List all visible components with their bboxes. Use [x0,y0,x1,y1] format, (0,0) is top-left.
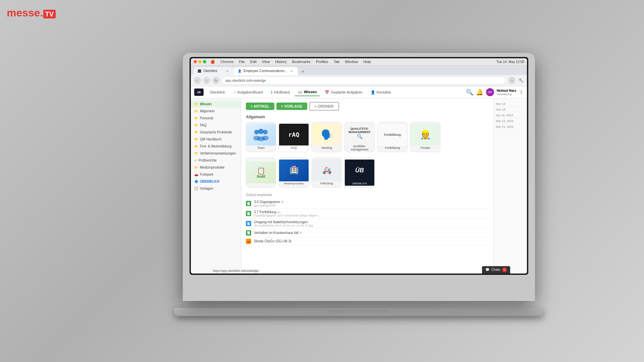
svg-point-1 [258,129,264,134]
sidebar-folder-icon-fort: 📁 [194,144,198,148]
chrome-tab-uberblick[interactable]: ⬛ Überblick ✕ [194,67,234,75]
sidebar-item-uberblick[interactable]: 🔷 ÜBERBLICK [191,178,241,185]
recent-item-4[interactable]: 🚗 Skoda CityGo (SG-UB-3) [246,237,489,246]
bookmark-button[interactable]: ☆ [508,77,516,84]
extensions-button[interactable]: 🔧 [518,77,524,84]
avatar[interactable]: HH [486,88,494,96]
recent-item-3[interactable]: 📄 Verhalten im Krankenhaus fall ✓ [246,229,489,237]
sidebar-item-qm[interactable]: 📁 QM Handbuch [191,136,241,143]
recent-text-4: Skoda CityGo (SG-UB-3) [254,239,489,243]
recent-label-1: 3.7 Fortbildung — [254,210,489,214]
minimize-btn[interactable] [198,60,202,63]
card-team-img [246,124,276,145]
chat-icon: 💬 [485,268,489,272]
sidebar-item-pruef[interactable]: ✓ Prüfberichte [191,157,241,164]
sidebar-item-medizin[interactable]: 📁 Medizinprodukte [191,164,241,171]
notifications-icon[interactable]: 🔔 [476,88,483,96]
card-ub[interactable]: ÜB ÜBERBLICK [344,158,375,188]
laptop-base [174,308,543,316]
sidebar-label-protokolle: Gesprächs Protokolle [200,130,232,134]
nav-aufgabenboard-label: AufgabenBoard [237,90,263,94]
tab-favicon-2: 👤 [238,69,241,73]
nav-geplante[interactable]: 📅 Geplante Aufgaben [321,89,366,96]
menu-tab[interactable]: Tab [333,60,339,64]
card-team-label: Team [256,145,266,150]
user-role: Verwaltung [497,93,516,96]
artikel-button[interactable]: + ARTIKEL [246,103,274,110]
card-medizin[interactable]: 🏥 Medizinprodukte [279,158,309,188]
svg-point-5 [262,136,269,140]
address-bar[interactable]: app.uberblick.io/knowledge [222,76,506,84]
sidebar-label-pruef: Prüfberichte [199,159,217,162]
laptop-notch [329,310,389,313]
search-icon[interactable]: 🔍 [466,88,473,96]
sidebar-label-medizin: Medizinprodukte [200,166,224,169]
recent-item-0[interactable]: 📄 3.0 Organigramm ✓ gg organigramm [246,199,489,209]
sidebar-item-fuhrpark[interactable]: 🚗 Fuhrpark [191,171,241,178]
card-audit[interactable]: 📋 Audit [246,158,276,188]
sidebar-check-icon-pruef: ✓ [194,159,197,162]
card-meeting[interactable]: 🗣️ Meeting [312,122,342,152]
new-tab-button[interactable]: + [299,68,307,75]
menu-chrome[interactable]: Chrome [220,60,233,64]
card-vehicle[interactable]: 🚑 Fahrzeug [312,158,342,188]
sidebar-item-fortbildung[interactable]: 📁 Fort- & Weiterbildung [191,143,241,150]
menu-profiles[interactable]: Profiles [316,60,328,64]
sidebar-icon-ub: 🔷 [194,180,198,183]
recent-label-0: 3.0 Organigramm ✓ [254,200,489,204]
date-3: Mar 13, 2024 [496,118,525,124]
menu-history[interactable]: History [275,60,286,64]
sidebar-item-personal[interactable]: 📁 Personal [191,115,241,122]
tab-close-1[interactable]: ✕ [225,69,230,73]
chrome-toolbar: ‹ › ↻ app.uberblick.io/knowledge ☆ 🔧 [191,75,527,86]
ordner-button[interactable]: + ORDNER [309,102,339,111]
menu-window[interactable]: Window [345,60,358,64]
nav-right: 🔍 🔔 HH Helmut Harz Verwaltung ⋮ [466,88,524,96]
chrome-tab-employee[interactable]: 👤 Employee Communications... ✕ [234,67,298,75]
sidebar-item-faq[interactable]: 📁 FAQ [191,122,241,129]
menu-help[interactable]: Help [363,60,371,64]
sidebar-item-vorlagen[interactable]: 📋 Vorlagen [191,185,241,192]
forward-button[interactable]: › [203,77,210,84]
messe-tv-logo: messe.TV [7,7,56,19]
recent-label-4: Skoda CityGo (SG-UB-3) [254,239,489,243]
recent-item-2[interactable]: 📄 Umgang mit Nadelstichverletzungen 05 N… [246,219,489,229]
sidebar-item-verfahren[interactable]: 📁 Verfahrensanweisungen [191,150,241,157]
menu-view[interactable]: View [262,60,270,64]
nav-kontakte-label: Kontakte [377,90,391,94]
menu-apple[interactable]: 🍎 [210,60,215,64]
menu-bookmarks[interactable]: Bookmarks [292,60,311,64]
menu-file[interactable]: File [239,60,245,64]
recent-label-2: Umgang mit Nadelstichverletzungen [254,220,489,224]
nav-wissen[interactable]: 📖 Wissen [294,88,320,96]
content-area: + ARTIKEL + VORLAGE + ORDNER Allgemein [241,99,493,274]
menu-edit[interactable]: Edit [250,60,257,64]
sidebar-label-personal: Personal [200,116,213,120]
nav-kontakte[interactable]: 👤 Kontakte [367,89,394,96]
sidebar-item-wissen[interactable]: 📁 Wissen [191,101,241,108]
sidebar-label-fort: Fort- & Weiterbildung [200,144,231,148]
sidebar-item-allgemein[interactable]: 📁 Allgemein [191,108,241,115]
nav-infoboard[interactable]: ℹ InfoBoard [268,89,293,96]
nav-uberblick[interactable]: Überblick [206,89,228,96]
card-faq[interactable]: rAQ FAQ [279,122,309,152]
card-fortbildung-label: Fortbildung [383,145,401,150]
vorlage-button[interactable]: + VORLAGE [276,103,307,110]
maximize-btn[interactable] [203,60,206,63]
tab-close-2[interactable]: ✕ [289,69,294,73]
reload-button[interactable]: ↻ [212,77,220,84]
sidebar-item-protokolle[interactable]: 📁 Gesprächs Protokolle [191,129,241,136]
nav-aufgabenboard[interactable]: ✓ AufgabenBoard [230,89,266,96]
back-button[interactable]: ‹ [194,77,201,84]
clock: Tue 14. May 12:00 [496,60,524,64]
card-fortbildung[interactable]: Fortbildung Fortbildung [377,122,408,152]
card-team[interactable]: Team [246,122,276,152]
more-options-icon[interactable]: ⋮ [519,89,524,95]
recent-item-1[interactable]: 📄 3.7 Fortbildung — Fortbildungsplan 201… [246,209,489,219]
notifications-bar[interactable]: 💬 Chats 1 [482,266,510,274]
close-btn[interactable] [194,60,197,63]
card-people[interactable]: 👷 People [410,122,440,152]
recent-text-0: 3.0 Organigramm ✓ gg organigramm [254,200,489,207]
card-quality[interactable]: QUALITÄTS-MANAGEMENT 🔍 Qualitäts-managem… [344,122,375,152]
card-ub-img: ÜB [345,160,374,181]
